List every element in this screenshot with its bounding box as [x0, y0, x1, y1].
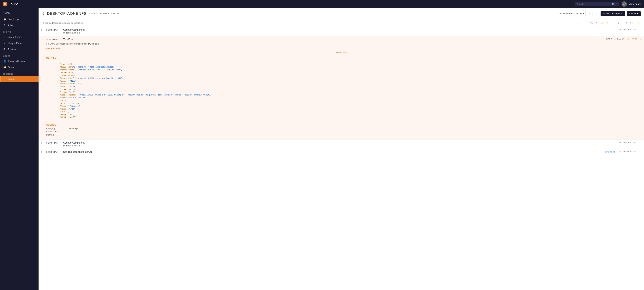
grid-icon: ⠿ [3, 24, 6, 27]
home-icon: 🏠 [3, 18, 6, 21]
category-label: Category [46, 127, 66, 130]
chevron-down-icon: ▾ [583, 12, 584, 15]
source-table: Category JavaScript Class Name Method [46, 127, 636, 136]
event-title: TypeError [63, 38, 604, 41]
markprince-link[interactable]: MarkPrince [604, 151, 615, 153]
search-bar[interactable]: 🔍 [575, 2, 619, 6]
sidebar-item-all-apps[interactable]: ⠿ All Apps [0, 22, 38, 28]
events-section-label: EVENTS [0, 28, 38, 34]
user-name: Mark Prince [628, 3, 641, 6]
prev-session-button[interactable]: ← [587, 11, 592, 16]
event-source: .NET ThreadPool W... [618, 151, 638, 153]
expand-button[interactable]: ‹ [640, 151, 641, 153]
error-row-header: ⚠ 5:18:56 PM TypeError .NET ThreadPool W… [41, 38, 641, 41]
error-filter-button[interactable]: ✕ [594, 21, 599, 25]
show-more-link[interactable]: Show more [46, 51, 636, 55]
started-text: started 11/10/2021 5:18:36 PM [89, 12, 119, 15]
collapse-button[interactable]: ▾ [640, 38, 641, 41]
event-title: Sending sessions to Server [63, 151, 602, 153]
right-arrow-icon: → [595, 12, 598, 15]
sidebar-unique-events-label: Unique Events [8, 42, 23, 45]
sidebar-item-your-loupe[interactable]: 🏠 Your Loupe [0, 16, 38, 22]
logo-text: Loupe [8, 2, 18, 6]
last-page-button[interactable]: ▷| [629, 21, 634, 25]
sidebar-item-open[interactable]: 📂 Open [0, 64, 38, 70]
sidebar-home-label: HOME [0, 10, 38, 16]
sidebar-your-loupe-label: Your Loupe [8, 18, 20, 21]
sidebar: HOME 🏠 Your Loupe ⠿ All Apps EVENTS ⚡ La… [0, 8, 38, 290]
search-icon: 🔍 [612, 3, 614, 6]
error-icon: ⚠ [41, 38, 44, 41]
copy-action-icon[interactable]: ⧉ [636, 38, 637, 41]
view-desktop-app-button[interactable]: View in Desktop App [600, 11, 626, 16]
person-icon: 👤 [3, 60, 6, 62]
first-page-button[interactable]: |◁ [624, 21, 628, 25]
top-nav: ⏱ Loupe 🔍 MP Mark Prince [0, 0, 644, 8]
preformatted-checkbox[interactable] [46, 43, 48, 45]
sidebar-open-label: Open [8, 66, 14, 69]
sidebar-item-latest-events[interactable]: ⚡ Latest Events [0, 34, 38, 40]
session-dropdown[interactable]: Latest sessions (1 of 15) ▾ [556, 11, 586, 16]
event-subtitle: currentCount is 4 [63, 32, 616, 34]
page-header-icon: ⏱ [42, 12, 45, 16]
event-time: 5:18:56 PM [46, 141, 62, 144]
event-title: Counter Component [63, 141, 616, 144]
classname-label: Class Name [46, 130, 66, 133]
sidebar-item-latest[interactable]: ⚡ Latest [0, 76, 38, 82]
info-icon: ℹ [41, 142, 44, 144]
info-icon: ℹ [41, 29, 44, 32]
settings-filter-button[interactable]: ⚙ [616, 21, 621, 25]
filter-search-icon: 🔍 [590, 22, 593, 24]
filter-input[interactable] [41, 21, 589, 25]
sessions-section-label: SESSIONS [0, 70, 38, 76]
sidebar-latest-events-label: Latest Events [8, 36, 22, 38]
event-time: 5:18:55 PM [46, 29, 62, 31]
method-label: Method [46, 133, 66, 136]
table-row: ℹ 5:18:55 PM Counter Component currentCo… [38, 27, 644, 36]
event-subtitle: currentCount is 6 [63, 144, 616, 147]
event-content: Sending sessions to Server [63, 151, 602, 153]
event-title: Counter Component [63, 29, 616, 31]
actions-label: Actions [629, 12, 636, 15]
event-content: Counter Component currentCount is 4 [63, 29, 616, 34]
event-source: .NET ThreadPool W... [618, 29, 638, 31]
sidebar-review-label: Review [8, 48, 16, 51]
expand-button[interactable]: ‹ [640, 141, 641, 144]
next-session-button[interactable]: → [594, 11, 599, 16]
filter-icons: ✕ ⚠ △ ℹ ⚙ |◁ ▷| ⚡ [594, 21, 641, 25]
details-json: "Details":{ "SessionId":"142d40f8-7bcf-4… [46, 60, 636, 121]
event-source: .NET ThreadPool W... [606, 38, 625, 41]
details-header: DETAILS [46, 57, 636, 59]
sidebar-item-assigned-to-you[interactable]: 👤 Assigned to you [0, 58, 38, 64]
table-row: ⚠ 5:18:56 PM TypeError .NET ThreadPool W… [38, 36, 644, 140]
table-row: ℹ 5:18:56 PM Counter Component currentCo… [38, 140, 644, 149]
classname-value [68, 130, 636, 133]
layers-action-icon[interactable]: ⬡ [632, 38, 634, 41]
lightning-icon: ⚡ [3, 36, 6, 38]
method-value [68, 133, 636, 136]
lightning-action-icon[interactable]: ⚡ [627, 38, 630, 41]
exception-header: EXCEPTION [46, 47, 636, 50]
expanded-header-icons: ⚡ ⬡ ⧉ [627, 38, 637, 41]
caution-filter-button[interactable]: △ [605, 21, 610, 25]
sidebar-latest-label: Latest [8, 78, 14, 80]
actions-button[interactable]: Actions ▾ [627, 11, 640, 16]
search-input[interactable] [576, 3, 610, 6]
lightning-active-icon: ⚡ [3, 78, 6, 80]
sidebar-item-review[interactable]: 🔍 Review [0, 46, 38, 52]
event-content: TypeError [63, 38, 604, 41]
logo-icon: ⏱ [3, 2, 8, 7]
warning-filter-button[interactable]: ⚠ [600, 21, 604, 25]
sidebar-item-unique-events[interactable]: ✦ Unique Events [0, 40, 38, 46]
info-filter-button[interactable]: ℹ [610, 21, 615, 25]
header-actions: Latest sessions (1 of 15) ▾ ← → View in … [556, 11, 640, 16]
avatar: MP [622, 1, 627, 7]
page-header: ⏱ DESKTOP-AQNENF6 started 11/10/2021 5:1… [38, 8, 644, 19]
sidebar-assigned-label: Assigned to you [8, 60, 25, 62]
issues-section-label: ISSUES [0, 52, 38, 58]
expand-button[interactable]: ‹ [640, 29, 641, 31]
search-sidebar-icon: 🔍 [3, 48, 6, 51]
avatar-initials: MP [622, 3, 626, 6]
advanced-filter-button[interactable]: ⚡ [636, 21, 641, 25]
info-icon: ℹ [41, 151, 44, 154]
